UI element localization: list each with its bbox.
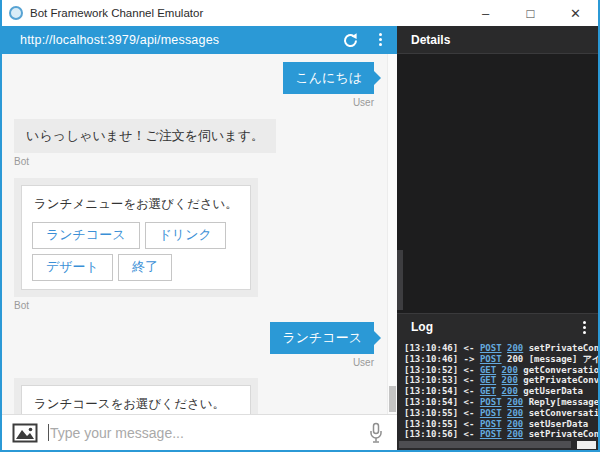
log-status[interactable]: 200 [502,386,518,396]
message-sender-label: Bot [14,300,397,311]
log-direction: <- [464,419,475,429]
message-input[interactable] [50,425,369,441]
log-text: setPrivateConv [529,343,598,353]
address-bar: http://localhost:3979/api/messages [2,26,397,54]
log-method[interactable]: POST [480,354,502,364]
log-time: [13:10:55] [404,419,458,429]
log-status[interactable]: 200 [502,365,518,375]
address-menu-button[interactable] [379,33,382,46]
log-method[interactable]: POST [480,429,502,439]
log-text: getPrivateConve [523,375,598,385]
log-row: [13:10:55] <- POST 200 setConversatio [404,408,598,419]
title-bar: Bot Framework Channel Emulator – □ ✕ [2,0,598,26]
user-message-bubble: こんにちは [283,62,374,94]
log-time: [13:10:54] [404,386,458,396]
log-method[interactable]: POST [480,397,502,407]
log-text: Reply[message] [529,397,598,407]
log-row: [13:10:52] <- GET 200 getConversation [404,365,598,376]
chat-scrollbar[interactable] [387,54,397,414]
log-time: [13:10:53] [404,375,458,385]
refresh-icon [342,32,359,49]
card-button-dessert[interactable]: デザート [32,254,113,281]
log-method[interactable]: GET [480,386,496,396]
message-row: ランチメニューをお選びください。 ランチコース ドリンク デザート 終了 Bot [14,178,397,311]
refresh-button[interactable] [342,32,359,49]
log-status[interactable]: 200 [507,408,523,418]
bot-message-bubble: いらっしゃいませ！ご注文を伺います。 [14,119,276,153]
log-direction: -> [464,354,475,364]
card-button-end[interactable]: 終了 [118,254,172,281]
log-direction: <- [464,386,475,396]
maximize-button[interactable]: □ [508,0,553,26]
log-header: Log [397,313,598,340]
log-direction: <- [464,365,475,375]
log-status[interactable]: 200 [507,397,523,407]
log-status[interactable]: 200 [502,375,518,385]
message-input-bar [2,414,397,450]
log-direction: <- [464,375,475,385]
message-row: いらっしゃいませ！ご注文を伺います。 Bot [14,119,397,167]
card-title: ランチコースをお選びください。 [34,396,240,413]
log-time: [13:10:46] [404,354,458,364]
log-status: 200 [507,354,523,364]
log-method[interactable]: GET [480,375,496,385]
details-title: Details [411,33,450,47]
log-text: getUserData [523,386,583,396]
log-direction: <- [464,429,475,439]
log-row: [13:10:55] <- POST 200 setUserData [404,419,598,430]
log-scroll-corner [577,441,596,449]
app-window: Bot Framework Channel Emulator – □ ✕ htt… [0,0,600,452]
message-row: ランチコース User [14,322,397,368]
log-hscrollbar-thumb[interactable] [399,441,571,448]
log-hscrollbar[interactable] [397,440,598,450]
message-row: こんにちは User [14,62,397,108]
log-row: [13:10:54] <- GET 200 getUserData [404,386,598,397]
message-sender-label: Bot [14,156,397,167]
log-time: [13:10:55] [404,408,458,418]
card-button-lunch-course[interactable]: ランチコース [32,222,140,249]
log-row: [13:10:46] -> POST 200 [message] アイ [404,354,598,365]
log-method[interactable]: POST [480,419,502,429]
log-method[interactable]: GET [480,365,496,375]
mic-button[interactable] [369,422,383,444]
log-status[interactable]: 200 [507,429,523,439]
log-row: [13:10:46] <- POST 200 setPrivateConv [404,343,598,354]
log-method[interactable]: POST [480,343,502,353]
message-sender-label: User [14,357,374,368]
hero-card: ランチコースをお選びください。 A:チキン南蛮定食 [21,385,251,414]
log-direction: <- [464,343,475,353]
endpoint-url[interactable]: http://localhost:3979/api/messages [20,33,219,47]
log-method[interactable]: POST [480,408,502,418]
log-time: [13:10:46] [404,343,458,353]
log-text: setConversatio [529,408,598,418]
log-row: [13:10:56] <- POST 200 setPrivateConv [404,429,598,440]
chat-panel: http://localhost:3979/api/messages こんにちは… [2,26,397,450]
details-body [397,54,598,313]
card-button-drink[interactable]: ドリンク [145,222,226,249]
log-direction: <- [464,408,475,418]
log-text: getConversation [523,365,598,375]
log-status[interactable]: 200 [507,343,523,353]
attach-image-button[interactable] [12,422,38,444]
log-text: setPrivateConv [529,429,598,439]
log-row: [13:10:54] <- POST 200 Reply[message] [404,397,598,408]
app-icon [9,6,23,20]
bot-card-bubble: ランチコースをお選びください。 A:チキン南蛮定食 [14,378,258,414]
chat-scrollbar-thumb[interactable] [389,386,396,412]
details-scrollbar-thumb[interactable] [397,250,403,310]
bot-card-bubble: ランチメニューをお選びください。 ランチコース ドリンク デザート 終了 [14,178,258,297]
log-menu-button[interactable] [583,321,586,334]
close-button[interactable]: ✕ [553,0,598,26]
image-icon [12,422,38,444]
microphone-icon [369,422,383,444]
log-entries[interactable]: [13:10:46] <- POST 200 setPrivateConv [1… [397,340,598,440]
log-status[interactable]: 200 [507,419,523,429]
minimize-button[interactable]: – [463,0,508,26]
message-row: ランチコースをお選びください。 A:チキン南蛮定食 [14,378,397,414]
details-panel: Details Log [13:10:46] <- POST 200 setPr… [397,26,598,450]
log-title: Log [411,320,433,334]
window-title: Bot Framework Channel Emulator [30,7,203,19]
chat-message-list[interactable]: こんにちは User いらっしゃいませ！ご注文を伺います。 Bot ランチメニュ… [2,54,397,414]
log-direction: <- [464,397,475,407]
log-panel: Log [13:10:46] <- POST 200 setPrivateCon… [397,313,598,450]
